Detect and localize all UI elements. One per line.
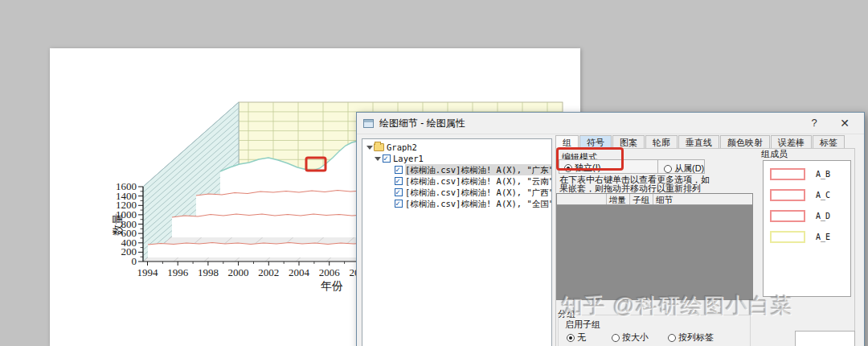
bottom-right-panel xyxy=(795,331,855,346)
x-tick: 1996 xyxy=(167,266,189,278)
desktop: 1600 1400 1200 1000 800 600 400 200 0 数量… xyxy=(0,0,868,346)
member-row[interactable]: A_B xyxy=(764,167,850,181)
dataset-label: [棕榈油.csv]棕榈油! A(X), "云南"(Y) [1* xyxy=(405,175,551,187)
checkbox-checked[interactable] xyxy=(395,177,403,185)
dataset-label: [棕榈油.csv]棕榈油! A(X), "全国"(Y) [1* xyxy=(405,198,551,209)
table-header-increment: 增量 xyxy=(607,194,630,204)
x-tick: 2000 xyxy=(228,266,249,278)
table-header-details: 细节 xyxy=(653,194,752,204)
tab-group[interactable]: 组 xyxy=(555,135,579,148)
x-axis-title: 年份 xyxy=(321,280,343,292)
plot-details-dialog: 绘图细节 - 绘图属性 ? ✕ Graph2 Layer1 [棕榈油.csv]棕… xyxy=(356,112,865,346)
chevron-down-icon[interactable] xyxy=(366,144,373,151)
property-tabs: 组 符号 图案 轮廓 垂直线 颜色映射 误差棒 标签 xyxy=(555,135,845,148)
x-tick: 2004 xyxy=(289,266,310,278)
tree-node-graph[interactable]: Graph2 xyxy=(362,142,551,153)
y-axis-title: 数量 xyxy=(112,213,124,236)
radio-unselected-icon[interactable] xyxy=(668,334,676,342)
tree-dataset-row[interactable]: [棕榈油.csv]棕榈油! A(X), "广西"(Y) [1* xyxy=(362,187,551,198)
dialog-titlebar[interactable]: 绘图细节 - 绘图属性 ? ✕ xyxy=(357,113,864,134)
member-line-swatch xyxy=(770,189,805,201)
dialog-red-annotation xyxy=(556,147,624,171)
radio-unselected-icon[interactable] xyxy=(664,165,672,173)
folder-icon xyxy=(374,143,384,151)
checkbox-checked[interactable] xyxy=(383,154,391,163)
tree-node-label: Graph2 xyxy=(387,142,417,153)
y-axis: 1600 1400 1200 1000 800 600 400 200 0 数量 xyxy=(112,180,143,267)
y-tick: 0 xyxy=(132,255,137,267)
dialog-title: 绘图细节 - 绘图属性 xyxy=(379,117,465,130)
table-header-row: 增量 子组 细节 xyxy=(557,194,752,205)
layer-tree-panel: Graph2 Layer1 [棕榈油.csv]棕榈油! A(X), "广东"(Y… xyxy=(362,138,552,346)
tree-node-label: Layer1 xyxy=(393,153,424,164)
member-name: A_D xyxy=(816,212,830,220)
tab-symbol[interactable]: 符号 xyxy=(579,135,612,148)
member-row[interactable]: A_C xyxy=(764,187,850,202)
member-name: A_B xyxy=(816,170,830,179)
x-tick: 2002 xyxy=(258,266,279,278)
radio-selected-icon[interactable] xyxy=(567,334,575,342)
dataset-label: [棕榈油.csv]棕榈油! A(X), "广东"(Y) [1* xyxy=(405,164,551,175)
tab-label[interactable]: 标签 xyxy=(813,135,845,148)
member-row[interactable]: A_D xyxy=(764,208,850,223)
tab-colormap[interactable]: 颜色映射 xyxy=(720,135,770,148)
radio-subgroup-by-size[interactable]: 按大小 xyxy=(612,332,649,344)
chevron-down-icon[interactable] xyxy=(374,155,381,163)
x-tick: 1998 xyxy=(198,266,219,278)
tree-node-layer[interactable]: Layer1 xyxy=(362,153,551,164)
checkbox-checked[interactable] xyxy=(395,200,403,208)
group-members-list: A_B A_C A_D A_E xyxy=(763,160,851,297)
radio-subgroup-none[interactable]: 无 xyxy=(567,332,586,344)
checkbox-checked[interactable] xyxy=(395,188,403,196)
radio-subgroup-by-column-label[interactable]: 按列标签 xyxy=(668,332,714,344)
help-button[interactable]: ? xyxy=(802,114,826,132)
enable-subgroup-label: 启用子组 xyxy=(565,319,600,331)
group-members-label: 组成员 xyxy=(761,148,788,160)
member-line-swatch xyxy=(770,231,805,243)
tab-errorbar[interactable]: 误差棒 xyxy=(771,135,812,148)
tree-dataset-row[interactable]: [棕榈油.csv]棕榈油! A(X), "云南"(Y) [1* xyxy=(362,175,551,187)
member-name: A_E xyxy=(816,233,830,241)
tree-dataset-row[interactable]: [棕榈油.csv]棕榈油! A(X), "广东"(Y) [1* xyxy=(362,164,551,175)
table-header-subgroup: 子组 xyxy=(630,194,653,204)
x-tick: 2006 xyxy=(319,266,341,278)
group-settings-table[interactable]: 增量 子组 细节 xyxy=(556,193,753,300)
tree-dataset-row[interactable]: [棕榈油.csv]棕榈油! A(X), "全国"(Y) [1* xyxy=(362,198,551,209)
dataset-label: [棕榈油.csv]棕榈油! A(X), "广西"(Y) [1* xyxy=(405,187,551,198)
tab-dropline[interactable]: 垂直线 xyxy=(678,135,719,148)
member-row[interactable]: A_E xyxy=(764,229,850,244)
tab-outline[interactable]: 轮廓 xyxy=(645,135,678,148)
close-icon[interactable]: ✕ xyxy=(833,114,857,132)
member-line-swatch xyxy=(770,210,805,222)
tab-pattern[interactable]: 图案 xyxy=(612,135,645,148)
grouping-groupbox: 启用子组 无 按大小 按列标签 xyxy=(558,315,751,346)
radio-dependent[interactable]: 从属(D) xyxy=(664,163,704,175)
radio-unselected-icon[interactable] xyxy=(612,334,620,342)
dialog-window-icon xyxy=(363,119,374,128)
table-header-blank xyxy=(557,194,607,204)
x-tick: 1994 xyxy=(137,266,159,278)
checkbox-checked[interactable] xyxy=(395,166,403,174)
member-line-swatch xyxy=(770,168,805,180)
member-name: A_C xyxy=(816,191,830,200)
